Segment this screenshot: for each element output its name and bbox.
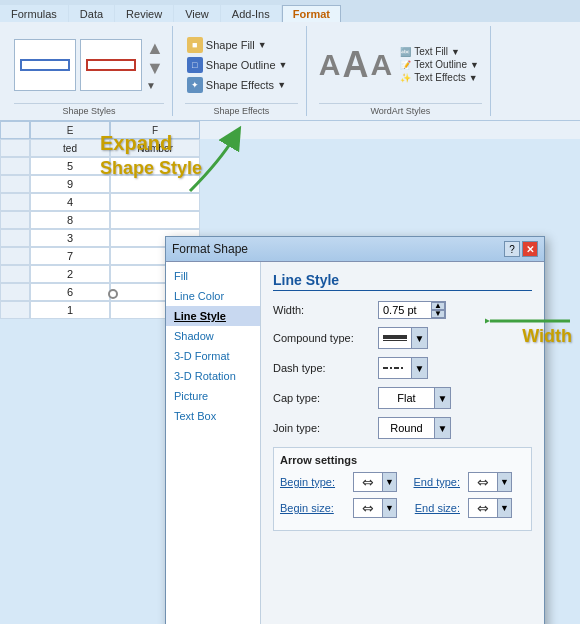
wordart-letter-a2: A [343, 44, 369, 86]
compound-dropdown-arrow[interactable]: ▼ [411, 328, 427, 348]
nav-line-color[interactable]: Line Color [166, 286, 260, 306]
cell-e6[interactable]: 7 [30, 247, 110, 265]
dialog-controls: ? ✕ [504, 241, 538, 257]
nav-line-style[interactable]: Line Style [166, 306, 260, 326]
shape-style-btn-1[interactable] [14, 39, 76, 91]
tab-data[interactable]: Data [69, 5, 114, 22]
dash-dropdown-arrow[interactable]: ▼ [411, 358, 427, 378]
ribbon: Formulas Data Review View Add-Ins Format… [0, 0, 580, 121]
shape-outline-btn[interactable]: □ Shape Outline ▼ [185, 56, 290, 74]
dash-dropdown: ▼ [378, 357, 428, 379]
width-input[interactable] [379, 303, 431, 317]
text-effects-arrow: ▼ [469, 73, 478, 83]
format-shape-dialog: Format Shape ? ✕ Fill Line Color Line St… [165, 236, 545, 624]
shape-effects-btn[interactable]: ✦ Shape Effects ▼ [185, 76, 290, 94]
text-fill-arrow: ▼ [451, 47, 460, 57]
wordart-content: A A A 🔤 Text Fill ▼ 📝 Text Outline ▼ [319, 26, 482, 103]
dialog-close-x-button[interactable]: ✕ [522, 241, 538, 257]
compound-row: Compound type: ▼ [273, 327, 532, 349]
table-row: 4 [0, 193, 580, 211]
tab-addins[interactable]: Add-Ins [221, 5, 281, 22]
join-dropdown-arrow[interactable]: ▼ [434, 418, 450, 438]
cell-f3[interactable] [110, 193, 200, 211]
end-type-dropdown: ⇔ ▼ [468, 472, 512, 492]
shape-style-up-arrow[interactable]: ▲ [146, 39, 164, 57]
nav-3d-rotation[interactable]: 3-D Rotation [166, 366, 260, 386]
shape-style-expand[interactable]: ▼ [146, 80, 164, 91]
col-header-row-num [0, 121, 30, 139]
cap-row: Cap type: Flat ▼ [273, 387, 532, 409]
tab-formulas[interactable]: Formulas [0, 5, 68, 22]
line-circle-pointer [108, 289, 118, 299]
tab-format[interactable]: Format [282, 5, 341, 22]
shape-fill-btn[interactable]: ■ Shape Fill ▼ [185, 36, 290, 54]
nav-shadow[interactable]: Shadow [166, 326, 260, 346]
compound-dropdown: ▼ [378, 327, 428, 349]
row-num-4 [0, 211, 30, 229]
dash-seg3 [394, 367, 399, 369]
compound-lines-icon [383, 335, 407, 341]
nav-text-box[interactable]: Text Box [166, 406, 260, 426]
begin-size-display: ⇔ [354, 499, 382, 517]
table-row: 5 [0, 157, 580, 175]
ss-cell-row-label [0, 139, 30, 157]
cell-e9[interactable]: 1 [30, 301, 110, 319]
cell-f2[interactable] [110, 175, 200, 193]
wordart-letter-a3: A [371, 48, 393, 82]
text-effects-btn[interactable]: ✨ Text Effects ▼ [400, 72, 479, 83]
cell-e2[interactable]: 9 [30, 175, 110, 193]
width-down-arrow[interactable]: ▼ [431, 310, 445, 318]
nav-fill[interactable]: Fill [166, 266, 260, 286]
width-control: ▲ ▼ [378, 301, 446, 319]
shape-style-down-arrow[interactable]: ▼ [146, 59, 164, 77]
end-type-icon: ⇔ [477, 474, 489, 490]
col-header-f: F [110, 121, 200, 139]
nav-3d-format[interactable]: 3-D Format [166, 346, 260, 366]
nav-picture[interactable]: Picture [166, 386, 260, 406]
dash-lines-icon [383, 367, 407, 369]
begin-size-arrow-btn[interactable]: ▼ [382, 499, 396, 517]
end-size-arrow-btn[interactable]: ▼ [497, 499, 511, 517]
dialog-help-button[interactable]: ? [504, 241, 520, 257]
table-row: 8 [0, 211, 580, 229]
end-size-dropdown: ⇔ ▼ [468, 498, 512, 518]
row-num-5 [0, 229, 30, 247]
text-outline-label: Text Outline [414, 59, 467, 70]
compound-display [379, 328, 411, 348]
cell-e4[interactable]: 8 [30, 211, 110, 229]
cell-f4[interactable] [110, 211, 200, 229]
text-outline-arrow: ▼ [470, 60, 479, 70]
row-num-3 [0, 193, 30, 211]
width-row: Width: ▲ ▼ [273, 301, 532, 319]
cell-e1[interactable]: 5 [30, 157, 110, 175]
shape-styles-content: ▲ ▼ ▼ [14, 26, 164, 103]
row-num-7 [0, 265, 30, 283]
row-num-6 [0, 247, 30, 265]
shape-effects-label: Shape Effects [206, 79, 274, 91]
end-size-icon: ⇔ [477, 500, 489, 516]
begin-type-display: ⇔ [354, 473, 382, 491]
dialog-content: Line Style Width: ▲ ▼ [261, 262, 544, 624]
text-outline-btn[interactable]: 📝 Text Outline ▼ [400, 59, 479, 70]
cell-f1[interactable] [110, 157, 200, 175]
width-annotation: Width [522, 326, 572, 347]
begin-type-arrow-btn[interactable]: ▼ [382, 473, 396, 491]
arrow-settings: Arrow settings Begin type: ⇔ ▼ End type: [273, 447, 532, 531]
tab-review[interactable]: Review [115, 5, 173, 22]
text-fill-label: Text Fill [414, 46, 448, 57]
shape-style-btn-2[interactable] [80, 39, 142, 91]
text-effects-icon: ✨ [400, 73, 411, 83]
ss-col-ted: ted [30, 139, 110, 157]
cell-e8[interactable]: 6 [30, 283, 110, 301]
cell-e7[interactable]: 2 [30, 265, 110, 283]
begin-type-dropdown: ⇔ ▼ [353, 472, 397, 492]
ss-subheader: ted Number [0, 139, 580, 157]
begin-type-icon: ⇔ [362, 474, 374, 490]
cell-e3[interactable]: 4 [30, 193, 110, 211]
cap-dropdown-arrow[interactable]: ▼ [434, 388, 450, 408]
tab-view[interactable]: View [174, 5, 220, 22]
text-fill-btn[interactable]: 🔤 Text Fill ▼ [400, 46, 479, 57]
dash-seg1 [383, 367, 388, 369]
end-type-arrow-btn[interactable]: ▼ [497, 473, 511, 491]
cell-e5[interactable]: 3 [30, 229, 110, 247]
